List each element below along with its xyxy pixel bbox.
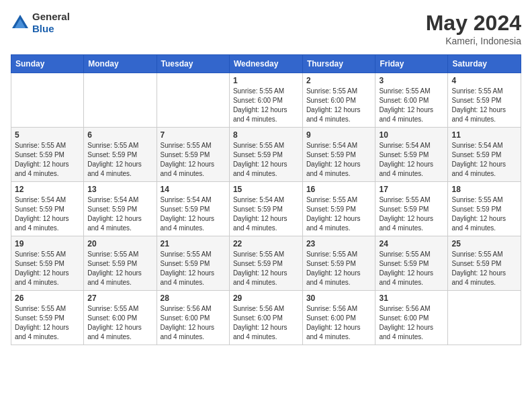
logo-general: General <box>32 11 70 23</box>
calendar-cell: 12Sunrise: 5:54 AM Sunset: 5:59 PM Dayli… <box>11 182 84 236</box>
calendar-cell: 10Sunrise: 5:54 AM Sunset: 5:59 PM Dayli… <box>375 128 448 182</box>
day-number: 7 <box>161 130 226 140</box>
calendar-cell: 6Sunrise: 5:55 AM Sunset: 5:59 PM Daylig… <box>84 128 157 182</box>
day-number: 16 <box>306 185 372 194</box>
day-info: Sunrise: 5:55 AM Sunset: 5:59 PM Dayligh… <box>451 195 517 233</box>
calendar-cell: 1Sunrise: 5:55 AM Sunset: 6:00 PM Daylig… <box>229 73 302 128</box>
day-number: 25 <box>451 239 517 248</box>
day-number: 26 <box>15 293 80 303</box>
day-info: Sunrise: 5:55 AM Sunset: 5:59 PM Dayligh… <box>379 250 444 287</box>
calendar-cell <box>11 73 84 128</box>
day-number: 22 <box>233 239 299 248</box>
day-info: Sunrise: 5:54 AM Sunset: 5:59 PM Dayligh… <box>15 195 80 233</box>
day-number: 14 <box>161 185 226 194</box>
calendar-cell: 25Sunrise: 5:55 AM Sunset: 5:59 PM Dayli… <box>448 236 521 291</box>
calendar-cell: 13Sunrise: 5:54 AM Sunset: 5:59 PM Dayli… <box>84 182 157 236</box>
logo: General Blue <box>11 11 70 35</box>
day-info: Sunrise: 5:55 AM Sunset: 5:59 PM Dayligh… <box>87 250 152 287</box>
day-number: 13 <box>87 185 152 194</box>
calendar-cell: 15Sunrise: 5:54 AM Sunset: 5:59 PM Dayli… <box>229 182 302 236</box>
day-number: 24 <box>379 239 444 248</box>
day-info: Sunrise: 5:55 AM Sunset: 5:59 PM Dayligh… <box>15 304 80 342</box>
day-number: 28 <box>161 293 226 303</box>
calendar-cell <box>157 73 229 128</box>
header-monday: Monday <box>84 55 157 73</box>
logo-blue: Blue <box>32 23 70 35</box>
day-number: 5 <box>15 130 80 140</box>
calendar-cell: 27Sunrise: 5:55 AM Sunset: 6:00 PM Dayli… <box>84 291 157 345</box>
day-number: 17 <box>379 185 444 194</box>
day-number: 21 <box>161 239 226 248</box>
calendar-cell: 4Sunrise: 5:55 AM Sunset: 5:59 PM Daylig… <box>448 73 521 128</box>
calendar-cell: 24Sunrise: 5:55 AM Sunset: 5:59 PM Dayli… <box>375 236 448 291</box>
day-info: Sunrise: 5:55 AM Sunset: 5:59 PM Dayligh… <box>15 141 80 179</box>
day-info: Sunrise: 5:54 AM Sunset: 5:59 PM Dayligh… <box>451 141 517 179</box>
day-number: 12 <box>15 185 80 194</box>
day-info: Sunrise: 5:56 AM Sunset: 6:00 PM Dayligh… <box>233 304 299 342</box>
calendar-week-row: 19Sunrise: 5:55 AM Sunset: 5:59 PM Dayli… <box>11 236 521 291</box>
day-number: 31 <box>379 293 444 303</box>
day-info: Sunrise: 5:55 AM Sunset: 5:59 PM Dayligh… <box>233 250 299 287</box>
day-info: Sunrise: 5:55 AM Sunset: 6:00 PM Dayligh… <box>87 304 152 342</box>
calendar-cell: 30Sunrise: 5:56 AM Sunset: 6:00 PM Dayli… <box>302 291 375 345</box>
day-info: Sunrise: 5:55 AM Sunset: 5:59 PM Dayligh… <box>379 195 444 233</box>
day-info: Sunrise: 5:55 AM Sunset: 5:59 PM Dayligh… <box>306 195 372 233</box>
calendar-week-row: 5Sunrise: 5:55 AM Sunset: 5:59 PM Daylig… <box>11 128 521 182</box>
calendar-cell: 8Sunrise: 5:55 AM Sunset: 5:59 PM Daylig… <box>229 128 302 182</box>
day-info: Sunrise: 5:54 AM Sunset: 5:59 PM Dayligh… <box>379 141 444 179</box>
logo-icon <box>11 13 30 32</box>
calendar-cell: 29Sunrise: 5:56 AM Sunset: 6:00 PM Dayli… <box>229 291 302 345</box>
calendar-cell: 7Sunrise: 5:55 AM Sunset: 5:59 PM Daylig… <box>157 128 229 182</box>
day-number: 23 <box>306 239 372 248</box>
day-info: Sunrise: 5:56 AM Sunset: 6:00 PM Dayligh… <box>161 304 226 342</box>
day-number: 3 <box>379 76 444 85</box>
day-number: 2 <box>306 76 372 85</box>
day-info: Sunrise: 5:54 AM Sunset: 5:59 PM Dayligh… <box>161 195 226 233</box>
calendar-week-row: 1Sunrise: 5:55 AM Sunset: 6:00 PM Daylig… <box>11 73 521 128</box>
calendar-cell: 20Sunrise: 5:55 AM Sunset: 5:59 PM Dayli… <box>84 236 157 291</box>
day-info: Sunrise: 5:55 AM Sunset: 5:59 PM Dayligh… <box>161 250 226 287</box>
header-saturday: Saturday <box>448 55 521 73</box>
calendar-header-row: Sunday Monday Tuesday Wednesday Thursday… <box>11 55 521 73</box>
calendar-cell: 22Sunrise: 5:55 AM Sunset: 5:59 PM Dayli… <box>229 236 302 291</box>
day-number: 4 <box>451 76 517 85</box>
calendar-cell: 17Sunrise: 5:55 AM Sunset: 5:59 PM Dayli… <box>375 182 448 236</box>
calendar-cell <box>448 291 521 345</box>
day-info: Sunrise: 5:55 AM Sunset: 5:59 PM Dayligh… <box>451 87 517 124</box>
header-friday: Friday <box>375 55 448 73</box>
calendar-cell: 19Sunrise: 5:55 AM Sunset: 5:59 PM Dayli… <box>11 236 84 291</box>
calendar-cell <box>84 73 157 128</box>
day-info: Sunrise: 5:54 AM Sunset: 5:59 PM Dayligh… <box>87 195 152 233</box>
location: Kameri, Indonesia <box>426 36 521 46</box>
page-header: General Blue May 2024 Kameri, Indonesia <box>11 11 521 46</box>
month-year: May 2024 <box>426 11 521 36</box>
day-number: 19 <box>15 239 80 248</box>
day-info: Sunrise: 5:55 AM Sunset: 6:00 PM Dayligh… <box>233 87 299 124</box>
calendar-cell: 16Sunrise: 5:55 AM Sunset: 5:59 PM Dayli… <box>302 182 375 236</box>
calendar-cell: 2Sunrise: 5:55 AM Sunset: 6:00 PM Daylig… <box>302 73 375 128</box>
calendar-week-row: 26Sunrise: 5:55 AM Sunset: 5:59 PM Dayli… <box>11 291 521 345</box>
calendar-cell: 23Sunrise: 5:55 AM Sunset: 5:59 PM Dayli… <box>302 236 375 291</box>
header-sunday: Sunday <box>11 55 84 73</box>
calendar-cell: 3Sunrise: 5:55 AM Sunset: 6:00 PM Daylig… <box>375 73 448 128</box>
day-number: 9 <box>306 130 372 140</box>
day-info: Sunrise: 5:55 AM Sunset: 5:59 PM Dayligh… <box>161 141 226 179</box>
day-number: 15 <box>233 185 299 194</box>
calendar-week-row: 12Sunrise: 5:54 AM Sunset: 5:59 PM Dayli… <box>11 182 521 236</box>
day-info: Sunrise: 5:55 AM Sunset: 6:00 PM Dayligh… <box>379 87 444 124</box>
day-number: 18 <box>451 185 517 194</box>
day-info: Sunrise: 5:56 AM Sunset: 6:00 PM Dayligh… <box>379 304 444 342</box>
day-number: 27 <box>87 293 152 303</box>
day-number: 29 <box>233 293 299 303</box>
calendar: Sunday Monday Tuesday Wednesday Thursday… <box>11 54 521 345</box>
calendar-cell: 21Sunrise: 5:55 AM Sunset: 5:59 PM Dayli… <box>157 236 229 291</box>
header-wednesday: Wednesday <box>229 55 302 73</box>
day-info: Sunrise: 5:56 AM Sunset: 6:00 PM Dayligh… <box>306 304 372 342</box>
day-number: 10 <box>379 130 444 140</box>
day-info: Sunrise: 5:55 AM Sunset: 5:59 PM Dayligh… <box>87 141 152 179</box>
day-number: 20 <box>87 239 152 248</box>
calendar-cell: 28Sunrise: 5:56 AM Sunset: 6:00 PM Dayli… <box>157 291 229 345</box>
day-number: 30 <box>306 293 372 303</box>
calendar-cell: 9Sunrise: 5:54 AM Sunset: 5:59 PM Daylig… <box>302 128 375 182</box>
header-tuesday: Tuesday <box>157 55 229 73</box>
